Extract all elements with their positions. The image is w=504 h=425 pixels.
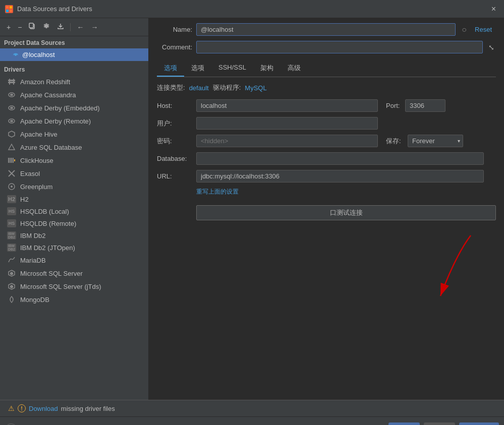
svg-rect-2 [6, 10, 9, 12]
driver-clickhouse[interactable]: ClickHouse [0, 154, 148, 167]
database-label: Database: [157, 155, 192, 162]
driver-mssql[interactable]: Microsoft SQL Server [0, 267, 148, 280]
toolbar-separator [70, 23, 71, 31]
warning-icon: ⚠ [8, 404, 15, 412]
mssql-icon [7, 269, 16, 278]
driver-apache-hive[interactable]: Apache Hive [0, 128, 148, 141]
svg-marker-32 [10, 285, 13, 288]
driver-amazon-redshift[interactable]: Amazon Redshift [0, 75, 148, 88]
driver-apache-derby-remote[interactable]: Apache Derby (Remote) [0, 114, 148, 128]
save-select[interactable]: Forever For session Never [408, 135, 463, 147]
svg-rect-11 [13, 79, 14, 85]
port-input[interactable] [405, 99, 445, 112]
missing-files-text: missing driver files [61, 405, 115, 412]
driver-apache-derby-embedded[interactable]: Apache Derby (Embedded) [0, 101, 148, 114]
svg-rect-21 [10, 158, 11, 163]
driver-apache-cassandra[interactable]: Apache Cassandra [0, 88, 148, 101]
back-button[interactable]: ← [74, 22, 86, 33]
svg-rect-3 [10, 10, 12, 12]
driver-mariadb[interactable]: MariaDB [0, 254, 148, 267]
tab-options1[interactable]: 选项 [157, 60, 184, 77]
settings-button[interactable] [40, 21, 52, 33]
close-button[interactable]: × [488, 4, 499, 15]
driver-label: MongoDB [20, 296, 49, 303]
help-button[interactable]: ? [5, 423, 17, 426]
password-label: 密码: [157, 137, 192, 146]
svg-point-15 [10, 107, 13, 109]
cancel-button[interactable]: 取消 [424, 422, 455, 426]
driver-label: MariaDB [20, 257, 46, 264]
download-link[interactable]: Download [29, 405, 58, 412]
copy-button[interactable] [26, 21, 38, 33]
driver-ibm-db2[interactable]: IBMDB2 IBM Db2 [0, 229, 148, 241]
reset-button[interactable]: Reset [471, 24, 496, 35]
driver-label-text: 驱动程序: [213, 83, 241, 92]
svg-rect-24 [14, 159, 15, 161]
forward-button[interactable]: → [88, 22, 100, 33]
svg-marker-18 [9, 131, 15, 137]
overwrite-link[interactable]: 重写上面的设置 [196, 188, 496, 196]
left-panel: + − ← [0, 18, 149, 400]
url-input[interactable] [196, 170, 484, 183]
greenplum-icon [7, 182, 16, 191]
svg-rect-1 [10, 6, 12, 9]
tab-schema[interactable]: 架构 [253, 60, 281, 77]
driver-ibm-db2-jtopen[interactable]: IBMDB2 IBM Db2 (JTOpen) [0, 241, 148, 254]
svg-marker-19 [9, 144, 15, 150]
drivers-title: Drivers [0, 61, 148, 75]
svg-rect-20 [8, 158, 9, 163]
save-select-wrapper: Forever For session Never ▾ [408, 135, 463, 147]
tabs-container: 选项 选项 SSH/SSL 架构 高级 [157, 60, 496, 77]
host-row: Host: Port: [157, 99, 496, 112]
window-title: Data Sources and Drivers [17, 5, 92, 13]
host-input[interactable] [196, 99, 378, 112]
apache-cassandra-icon [7, 90, 16, 99]
tab-options2[interactable]: 选项 [184, 60, 211, 77]
svg-point-13 [10, 94, 13, 96]
comment-row: Comment: ⤡ [157, 41, 496, 53]
password-input[interactable] [196, 135, 378, 147]
svg-point-17 [10, 120, 13, 122]
driver-hsqldb-remote[interactable]: HS HSQLDB (Remote) [0, 217, 148, 229]
hsqldb-local-icon: HS [7, 207, 16, 215]
connection-type-row: 连接类型: default 驱动程序: MySQL [157, 83, 496, 92]
port-label: Port: [386, 102, 401, 109]
database-row: Database: [157, 152, 496, 165]
conn-type-value[interactable]: default [189, 84, 209, 92]
driver-h2[interactable]: H2 H2 [0, 193, 148, 205]
save-label: 保存: [386, 137, 404, 146]
remove-button[interactable]: − [15, 22, 24, 33]
title-bar: Data Sources and Drivers × [0, 0, 504, 18]
drivers-list: Drivers Amazon Redshift [0, 61, 148, 400]
bottom-right: https://blog.csdn.net/qq_44813077 确定 取消 … [295, 422, 499, 426]
svg-marker-30 [10, 272, 13, 275]
svg-rect-5 [29, 23, 33, 28]
user-input[interactable] [196, 117, 378, 130]
tab-ssh-ssl[interactable]: SSH/SSL [211, 60, 253, 77]
expand-comment-button[interactable]: ⤡ [487, 42, 496, 53]
test-connection-button[interactable]: 口测试连接 [196, 205, 496, 220]
project-data-sources-title: Project Data Sources [0, 36, 148, 48]
driver-greenplum[interactable]: Greenplum [0, 180, 148, 193]
add-button[interactable]: + [4, 22, 13, 33]
name-input[interactable] [196, 23, 456, 36]
comment-input[interactable] [196, 41, 483, 53]
tab-advanced[interactable]: 高级 [281, 60, 308, 77]
driver-hsqldb-local[interactable]: HS HSQLDB (Local) [0, 205, 148, 217]
driver-label: Apache Derby (Remote) [20, 117, 91, 125]
driver-label: IBM Db2 [20, 232, 46, 239]
driver-mssql-jtds[interactable]: Microsoft SQL Server (jTds) [0, 280, 148, 293]
localhost-label: @localhost [22, 51, 55, 58]
confirm-button[interactable]: 确定 [388, 422, 420, 426]
driver-azure-sql[interactable]: Azure SQL Database [0, 141, 148, 154]
apply-button[interactable]: 应用(A) [459, 422, 499, 426]
azure-sql-icon [7, 143, 16, 152]
localhost-item[interactable]: @localhost [0, 48, 148, 61]
driver-value[interactable]: MySQL [245, 84, 266, 92]
driver-mongodb[interactable]: MongoDB [0, 293, 148, 306]
import-button[interactable] [54, 21, 67, 33]
driver-exasol[interactable]: Exasol [0, 167, 148, 180]
driver-label: Amazon Redshift [20, 78, 70, 86]
database-input[interactable] [196, 152, 484, 165]
driver-label: HSQLDB (Local) [20, 208, 69, 215]
